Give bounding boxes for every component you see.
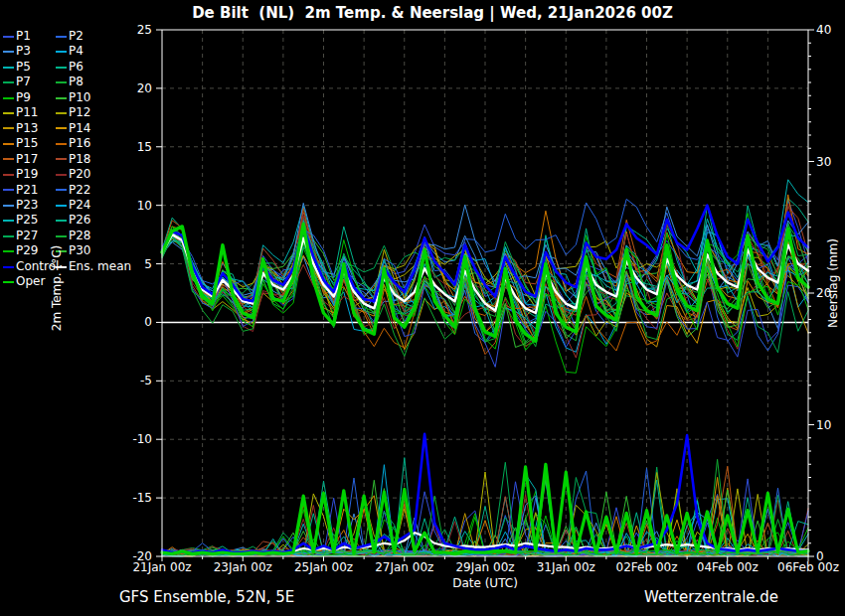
left-tick--10: -10 — [112, 432, 152, 446]
bottom-tick-0: 21Jan 00z — [122, 560, 202, 574]
footer-brand: Wetterzentrale.de — [644, 588, 778, 606]
left-tick-15: 15 — [112, 140, 152, 154]
left-tick-10: 10 — [112, 199, 152, 213]
left-tick-25: 25 — [112, 23, 152, 37]
x-axis-label: Date (UTC) — [411, 576, 560, 590]
meteogram-page: De Bilt (NL) 2m Temp. & Neerslag | Wed, … — [0, 0, 845, 616]
left-tick-0: 0 — [112, 315, 152, 329]
right-tick-30: 30 — [816, 155, 845, 169]
bottom-tick-6: 02Feb 00z — [607, 560, 687, 574]
left-tick-5: 5 — [112, 257, 152, 271]
bottom-tick-5: 31Jan 00z — [526, 560, 605, 574]
footer-model-info: GFS Ensemble, 52N, 5E — [119, 588, 294, 606]
bottom-tick-1: 23Jan 00z — [203, 560, 282, 574]
right-tick-20: 20 — [816, 286, 845, 300]
left-tick-20: 20 — [112, 81, 152, 95]
left-tick--15: -15 — [112, 491, 152, 505]
bottom-tick-4: 29Jan 00z — [445, 560, 525, 574]
left-tick--5: -5 — [112, 374, 152, 387]
bottom-tick-8: 06Feb 00z — [768, 560, 845, 574]
bottom-tick-2: 25Jan 00z — [284, 560, 364, 574]
left-axis-label: 2m Temp. (°C) — [50, 189, 64, 387]
right-tick-40: 40 — [816, 23, 845, 37]
right-tick-10: 10 — [816, 418, 845, 432]
bottom-tick-7: 04Feb 00z — [688, 560, 767, 574]
right-axis-label: Neerslag (mm) — [826, 184, 840, 383]
bottom-tick-3: 27Jan 00z — [365, 560, 444, 574]
